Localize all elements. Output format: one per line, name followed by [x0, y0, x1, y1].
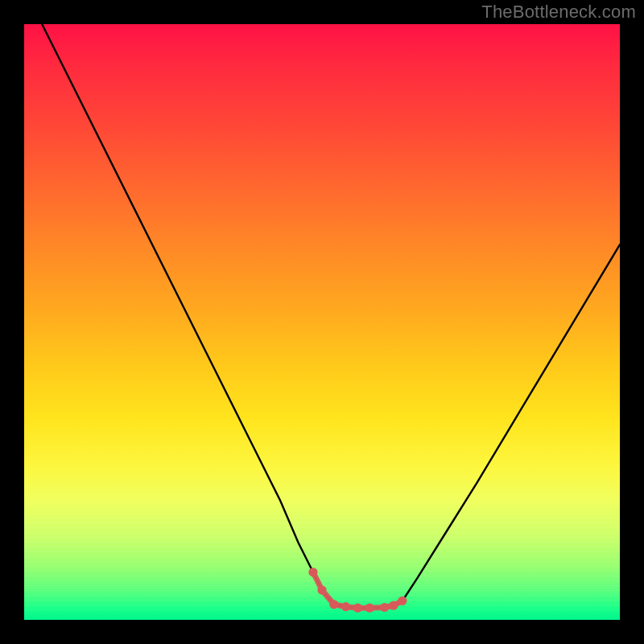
curve-layer — [24, 24, 620, 620]
chart-frame: TheBottleneck.com — [0, 0, 644, 644]
bottleneck-curve — [42, 24, 620, 608]
plot-area — [24, 24, 620, 620]
watermark-text: TheBottleneck.com — [481, 2, 636, 23]
